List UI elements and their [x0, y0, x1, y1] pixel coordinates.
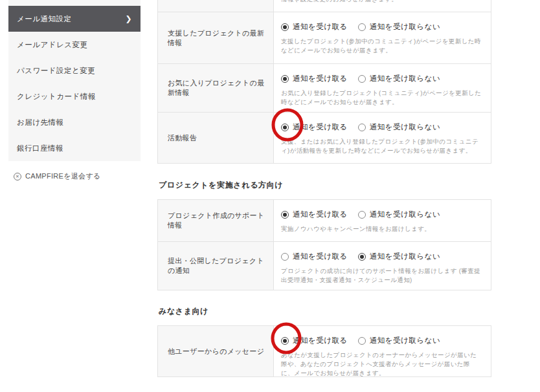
sidebar-item-label: パスワード設定と変更 [17, 66, 95, 76]
radio-not-receive-label: 通知を受け取らない [370, 336, 440, 345]
radio-receive[interactable]: 通知を受け取る [281, 122, 348, 132]
radio-not-receive-label: 通知を受け取らない [370, 122, 440, 132]
radio-not-receive[interactable]: 通知を受け取らない [358, 74, 440, 83]
sidebar-item-mail-notification[interactable]: メール通知設定 ❯ [8, 6, 141, 32]
sidebar-item-label: メール通知設定 [17, 14, 72, 24]
radio-receive-label: 通知を受け取る [293, 122, 348, 132]
setting-row-activity-reports: 活動報告 通知を受け取る 通知を受け取らない 支援、またはお気に入り登録したプロ… [158, 112, 491, 163]
setting-label: 活動報告 [158, 113, 274, 163]
radio-selected-icon[interactable] [281, 337, 289, 345]
setting-label: お気に入りプロジェクトの最新情報 [158, 64, 274, 112]
radio-unselected-icon[interactable] [358, 23, 366, 31]
radio-receive-label: 通知を受け取る [293, 210, 348, 219]
radio-group: 通知を受け取る 通知を受け取らない [281, 122, 482, 132]
radio-unselected-icon[interactable] [358, 124, 366, 131]
radio-not-receive-label: 通知を受け取らない [370, 22, 440, 32]
radio-unselected-icon[interactable] [358, 211, 366, 219]
radio-not-receive[interactable]: 通知を受け取らない [358, 336, 440, 345]
radio-not-receive-label: 通知を受け取らない [370, 252, 440, 261]
sidebar-item-email-change[interactable]: メールアドレス変更 [8, 32, 141, 58]
radio-group: 通知を受け取る 通知を受け取らない [281, 74, 482, 83]
withdraw-label: CAMPFIREを退会する [25, 171, 101, 181]
setting-description: 支援、またはお気に入り登録したプロジェクト(参加中のコミュニティ)が活動報告を更… [281, 137, 482, 155]
setting-row-favorite-projects: お気に入りプロジェクトの最新情報 通知を受け取る 通知を受け取らない お気に入り… [158, 63, 491, 112]
radio-receive[interactable]: 通知を受け取る [281, 252, 348, 261]
setting-label: プロジェクト作成のサポート情報 [158, 200, 274, 241]
radio-not-receive-label: 通知を受け取らない [370, 74, 440, 83]
withdraw-link[interactable]: ✕ CAMPFIREを退会する [14, 171, 101, 181]
chevron-right-icon: ❯ [125, 14, 132, 23]
setting-description: 支援したプロジェクト(参加中のコミュニティ)がページを更新した時などにメールでお… [281, 37, 482, 55]
setting-label: 他ユーザーからのメッセージ [158, 326, 274, 376]
radio-group: 通知を受け取る 通知を受け取らない [281, 336, 482, 345]
setting-description: 実施ノウハウやキャンペーン情報をお届けします。 [281, 224, 482, 234]
setting-row-backed-projects: 支援したプロジェクトの最新情報 通知を受け取る 通知を受け取らない 支援したプロ… [158, 12, 491, 63]
setting-row-submitted-project-notice: 提出・公開したプロジェクトの通知 通知を受け取る 通知を受け取らない プロジェク… [158, 241, 491, 290]
section-heading-everyone: みなさま向け [159, 306, 208, 317]
radio-not-receive-label: 通知を受け取らない [370, 210, 440, 219]
radio-selected-icon[interactable] [281, 124, 289, 131]
radio-receive[interactable]: 通知を受け取る [281, 22, 348, 32]
sidebar-menu: メール通知設定 ❯ メールアドレス変更 パスワード設定と変更 クレジットカード情… [8, 0, 141, 161]
radio-selected-icon[interactable] [281, 211, 289, 219]
radio-selected-icon[interactable] [281, 23, 289, 31]
radio-receive[interactable]: 通知を受け取る [281, 210, 348, 219]
sidebar-item-credit-card[interactable]: クレジットカード情報 [8, 83, 141, 109]
section-heading-project-owners: プロジェクトを実施される方向け [159, 180, 283, 191]
radio-group: 通知を受け取る 通知を受け取らない [281, 22, 482, 32]
table-owner-notifications: プロジェクト作成のサポート情報 通知を受け取る 通知を受け取らない 実施ノウハウ… [157, 199, 491, 290]
setting-row-clipped: 情報や設定変更のお知らせが届きます。 [158, 0, 491, 12]
radio-receive[interactable]: 通知を受け取る [281, 74, 348, 83]
radio-not-receive[interactable]: 通知を受け取らない [358, 122, 440, 132]
radio-selected-icon[interactable] [281, 75, 289, 83]
radio-receive-label: 通知を受け取る [293, 252, 348, 261]
radio-unselected-icon[interactable] [358, 75, 366, 83]
setting-description: あなたが支援したプロジェクトのオーナーからメッセージが届いた際や、あなたのプロジ… [281, 351, 482, 376]
sidebar-item-password[interactable]: パスワード設定と変更 [8, 58, 141, 83]
sidebar-item-bank-account[interactable]: 銀行口座情報 [8, 135, 141, 161]
radio-not-receive[interactable]: 通知を受け取らない [358, 252, 440, 261]
setting-label: 提出・公開したプロジェクトの通知 [158, 242, 274, 290]
radio-not-receive[interactable]: 通知を受け取らない [358, 210, 440, 219]
clipped-description: 情報や設定変更のお知らせが届きます。 [281, 0, 482, 4]
setting-row-user-messages: 他ユーザーからのメッセージ 通知を受け取る 通知を受け取らない あなたが支援した… [158, 326, 491, 376]
radio-selected-icon[interactable] [358, 253, 366, 261]
setting-description: お気に入り登録したプロジェクト(コミュニティ)がページを更新した時などにメールで… [281, 89, 482, 107]
radio-group: 通知を受け取る 通知を受け取らない [281, 210, 482, 219]
radio-receive-label: 通知を受け取る [293, 74, 348, 83]
setting-description: プロジェクトの成功に向けてのサポート情報をお届けします (審査提出受理通知・支援… [281, 267, 482, 285]
setting-label [158, 0, 274, 12]
sidebar-item-label: クレジットカード情報 [17, 92, 96, 102]
sidebar-item-shipping-address[interactable]: お届け先情報 [8, 109, 141, 135]
circle-x-icon: ✕ [14, 173, 21, 180]
radio-receive-label: 通知を受け取る [293, 336, 348, 345]
sidebar-item-label: メールアドレス変更 [17, 40, 88, 50]
table-supporter-notifications: 情報や設定変更のお知らせが届きます。 支援したプロジェクトの最新情報 通知を受け… [157, 0, 491, 164]
radio-group: 通知を受け取る 通知を受け取らない [281, 252, 482, 261]
radio-not-receive[interactable]: 通知を受け取らない [358, 22, 440, 32]
sidebar-item-label: お届け先情報 [17, 118, 64, 127]
radio-unselected-icon[interactable] [281, 253, 289, 261]
radio-receive[interactable]: 通知を受け取る [281, 336, 348, 345]
radio-receive-label: 通知を受け取る [293, 22, 348, 32]
setting-row-project-support-info: プロジェクト作成のサポート情報 通知を受け取る 通知を受け取らない 実施ノウハウ… [158, 200, 491, 241]
setting-label: 支援したプロジェクトの最新情報 [158, 12, 274, 63]
table-everyone-notifications: 他ユーザーからのメッセージ 通知を受け取る 通知を受け取らない あなたが支援した… [157, 325, 491, 377]
radio-unselected-icon[interactable] [358, 337, 366, 345]
sidebar-item-label: 銀行口座情報 [17, 144, 63, 153]
